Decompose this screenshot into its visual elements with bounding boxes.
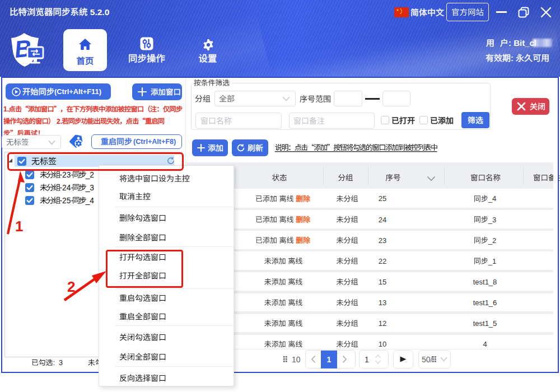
svg-text:22: 22	[379, 257, 386, 265]
svg-text:_3: _3	[488, 216, 496, 224]
svg-text:test1_5: test1_5	[473, 319, 497, 328]
svg-text:test1_6: test1_6	[473, 298, 497, 307]
svg-text:2: 2	[67, 278, 75, 295]
svg-text:23: 23	[379, 236, 386, 245]
svg-text:4: 4	[483, 340, 487, 348]
svg-text:(Ctrl+Alt+F11): (Ctrl+Alt+F11)	[54, 87, 101, 96]
svg-text::: :	[511, 53, 516, 63]
svg-text:_4: _4	[488, 194, 496, 203]
svg-text:50/: 50/	[422, 355, 433, 364]
svg-text:1: 1	[327, 355, 332, 364]
svg-text:25: 25	[379, 194, 386, 203]
svg-text:12: 12	[379, 319, 386, 328]
svg-text:_4: _4	[85, 197, 95, 205]
svg-text:test1_8: test1_8	[473, 278, 497, 286]
svg-text:24: 24	[379, 216, 386, 224]
svg-text:2.: 2.	[55, 118, 63, 125]
svg-text:: 3: : 3	[53, 358, 63, 367]
svg-text:13: 13	[379, 298, 386, 307]
svg-text:10: 10	[292, 355, 301, 364]
svg-text:5.2.0: 5.2.0	[88, 7, 110, 17]
svg-text:10: 10	[379, 340, 386, 348]
svg-text:-25-: -25-	[60, 197, 74, 205]
svg-text:_1: _1	[488, 257, 496, 265]
svg-text:_2: _2	[488, 236, 496, 245]
svg-text:15: 15	[379, 278, 386, 286]
svg-text:(Ctrl+Alt+F8): (Ctrl+Alt+F8)	[133, 138, 176, 146]
svg-text:1: 1	[365, 355, 369, 364]
svg-text:1: 1	[15, 218, 23, 235]
